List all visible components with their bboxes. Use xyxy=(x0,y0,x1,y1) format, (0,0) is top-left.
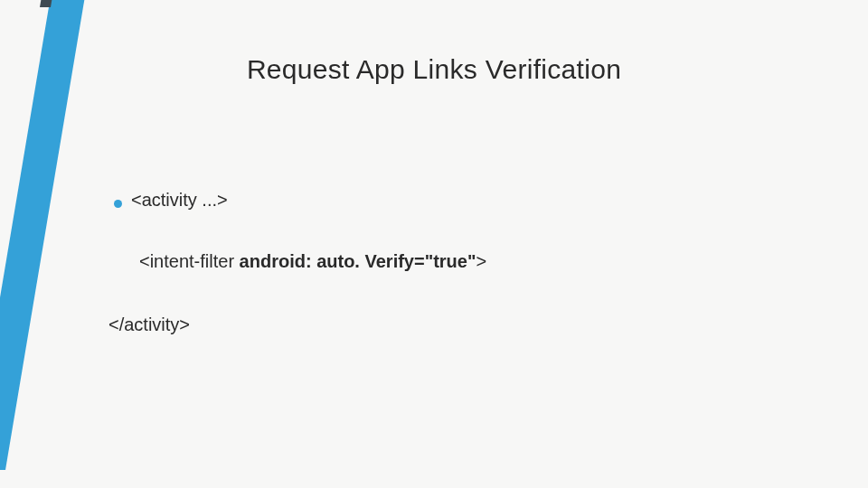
slide-title: Request App Links Verification xyxy=(0,54,868,85)
intent-filter-prefix: <intent-filter xyxy=(139,251,240,271)
intent-filter-attr: android: auto. Verify="true" xyxy=(240,251,476,271)
slide: Request App Links Verification <activity… xyxy=(0,0,868,488)
code-line-intent-filter: <intent-filter android: auto. Verify="tr… xyxy=(139,251,486,272)
code-line-activity-close: </activity> xyxy=(108,314,190,335)
svg-marker-2 xyxy=(40,0,58,7)
bullet-icon xyxy=(114,200,122,208)
bullet-item-1: <activity ...> xyxy=(114,190,228,211)
intent-filter-suffix: > xyxy=(476,251,486,271)
code-line-activity-open: <activity ...> xyxy=(131,190,228,211)
